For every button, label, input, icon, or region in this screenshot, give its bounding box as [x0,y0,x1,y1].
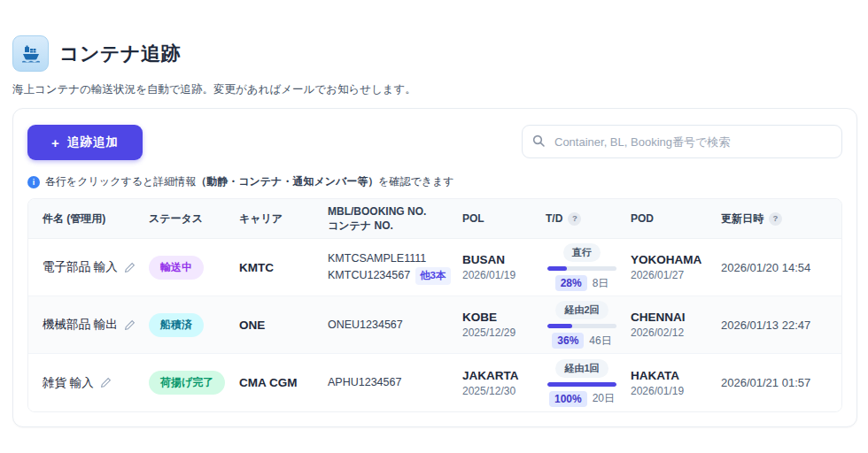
table-header-row: 件名 (管理用) ステータス キャリア MBL/BOOKING NO.コンテナ … [28,199,841,239]
transit-cell: 直行 28% 8日 [546,243,618,291]
route-pill: 経由1回 [555,359,608,378]
page-header: コンテナ追跡 [12,35,856,72]
updated-at: 2026/01/20 14:54 [721,261,827,274]
updated-at: 2026/01/13 22:47 [721,319,827,332]
col-header-mbl: MBL/BOOKING NO.コンテナ NO. [328,199,462,238]
search-input[interactable] [522,125,842,158]
ship-icon [12,35,49,72]
table-row[interactable]: 雑貨 輸入 荷揚げ完了 CMA CGM APHU1234567 JAKARTA [28,354,841,411]
add-tracking-button[interactable]: + 追跡追加 [27,125,143,160]
hint-text: 各行をクリックすると詳細情報（動静・コンテナ・通知メンバー等）を確認できます [45,174,454,189]
progress-bar [547,382,616,387]
pod-cell: CHENNAI 2026/02/12 [631,311,721,339]
progress-percent: 28% [555,275,587,291]
transit-cell: 経由2回 36% 46日 [546,301,618,349]
transit-cell: 経由1回 100% 20日 [546,359,618,407]
transit-days: 8日 [593,276,609,291]
status-badge: 船積済 [149,313,204,337]
extra-containers-chip[interactable]: 他3本 [415,267,450,285]
tracking-table: 件名 (管理用) ステータス キャリア MBL/BOOKING NO.コンテナ … [27,198,842,412]
route-pill: 直行 [563,243,601,262]
pod-cell: HAKATA 2026/01/19 [631,369,721,397]
help-icon[interactable]: ? [568,212,581,226]
progress-bar [547,324,616,328]
transit-days: 46日 [589,334,611,349]
page-title: コンテナ追跡 [59,41,181,67]
table-row[interactable]: 機械部品 輸出 船積済 ONE ONEU1234567 KOBE 20 [28,296,841,354]
container-tracking-page: コンテナ追跡 海上コンテナの輸送状況を自動で追跡。変更があればメールでお知らせし… [0,0,868,427]
add-tracking-label: 追跡追加 [67,134,119,150]
updated-at: 2026/01/21 01:57 [721,376,827,389]
carrier: ONE [239,319,328,332]
mbl-numbers: KMTCSAMPLE1111 KMTCU1234567 他3本 [328,250,462,285]
col-header-updated: 更新日時 ? [721,206,827,231]
mbl-numbers: ONEU1234567 [328,317,462,334]
progress-percent: 36% [552,333,584,349]
shipment-name: 雑貨 輸入 [43,375,149,391]
status-badge: 輸送中 [149,256,204,280]
plus-icon: + [51,135,60,150]
pol-cell: BUSAN 2026/01/19 [462,253,546,281]
transit-days: 20日 [593,391,615,406]
col-header-td: T/D ? [546,206,631,231]
toolbar: + 追跡追加 [27,125,842,160]
edit-icon[interactable] [100,377,112,388]
col-header-pod: POD [631,206,721,231]
mbl-numbers: APHU1234567 [328,374,462,391]
status-badge: 荷揚げ完了 [149,371,225,395]
hint-note: i 各行をクリックすると詳細情報（動静・コンテナ・通知メンバー等）を確認できます [27,174,842,189]
search-box [522,125,842,158]
col-header-carrier: キャリア [239,206,328,231]
search-icon [531,134,546,148]
route-pill: 経由2回 [555,301,608,319]
shipment-name: 機械部品 輸出 [43,317,149,333]
page-subtitle: 海上コンテナの輸送状況を自動で追跡。変更があればメールでお知らせします。 [12,82,856,97]
carrier: KMTC [239,261,328,274]
help-icon[interactable]: ? [769,212,782,226]
shipment-name: 電子部品 輸入 [43,259,149,275]
edit-icon[interactable] [124,262,136,273]
col-header-status: ステータス [149,206,239,231]
pod-cell: YOKOHAMA 2026/01/27 [631,253,721,281]
col-header-pol: POL [462,206,546,231]
pol-cell: JAKARTA 2025/12/30 [462,369,546,397]
carrier: CMA CGM [239,376,328,389]
tracking-card: + 追跡追加 i 各行をクリックすると詳細情報（動静・コンテナ・通知メンバー等）… [12,108,857,427]
progress-bar [547,266,616,271]
table-row[interactable]: 電子部品 輸入 輸送中 KMTC KMTCSAMPLE1111 KMTCU123… [28,239,841,296]
progress-percent: 100% [549,391,587,407]
col-header-name: 件名 (管理用) [43,206,149,231]
pol-cell: KOBE 2025/12/29 [462,311,546,339]
info-icon: i [27,176,40,188]
edit-icon[interactable] [124,319,136,331]
